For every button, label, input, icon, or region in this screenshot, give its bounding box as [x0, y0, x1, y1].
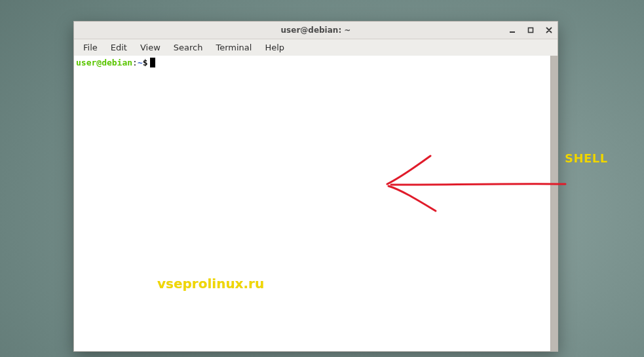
svg-rect-0 — [510, 31, 515, 33]
terminal-area[interactable]: user@debian:~$ — [74, 56, 550, 351]
window-title: user@debian: ~ — [74, 26, 558, 35]
desktop-background: user@debian: ~ File Edit View Search Ter… — [0, 0, 644, 357]
terminal-body-wrap: user@debian:~$ — [74, 56, 558, 351]
vertical-scrollbar[interactable] — [550, 56, 558, 351]
annotation-label: SHELL — [565, 151, 608, 165]
prompt-symbol: $ — [143, 58, 148, 67]
svg-rect-1 — [529, 28, 533, 33]
prompt-path: ~ — [138, 58, 143, 67]
menu-help[interactable]: Help — [259, 41, 290, 54]
menu-terminal[interactable]: Terminal — [210, 41, 257, 54]
window-titlebar[interactable]: user@debian: ~ — [74, 22, 558, 39]
watermark-text: vseprolinux.ru — [157, 276, 264, 291]
terminal-window: user@debian: ~ File Edit View Search Ter… — [73, 21, 558, 352]
menu-view[interactable]: View — [135, 41, 166, 54]
maximize-button[interactable] — [526, 26, 535, 35]
prompt-user-host: user@debian — [76, 58, 132, 67]
prompt-separator: : — [132, 58, 138, 67]
menubar: File Edit View Search Terminal Help — [74, 39, 558, 56]
menu-search[interactable]: Search — [168, 41, 208, 54]
window-controls — [508, 22, 554, 39]
close-button[interactable] — [544, 26, 554, 35]
terminal-cursor — [150, 58, 155, 67]
minimize-button[interactable] — [508, 26, 517, 35]
menu-edit[interactable]: Edit — [105, 41, 132, 54]
menu-file[interactable]: File — [78, 41, 103, 54]
